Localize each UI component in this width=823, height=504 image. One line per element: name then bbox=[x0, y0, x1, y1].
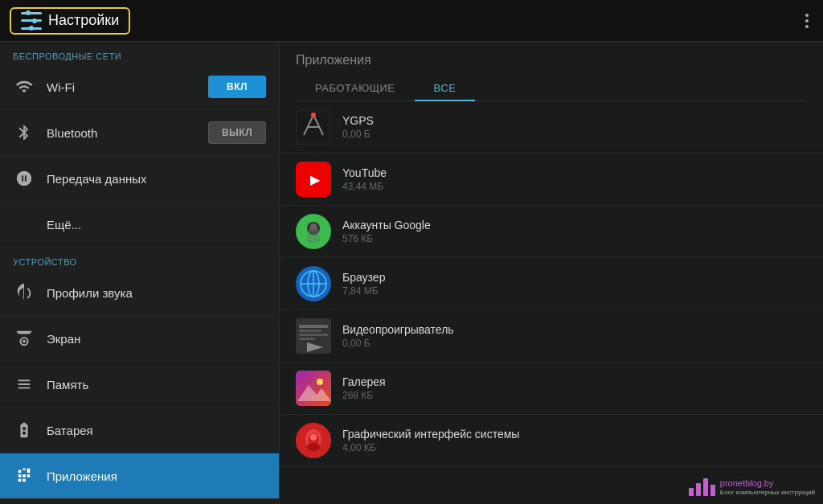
sound-icon bbox=[13, 281, 35, 304]
screen-label: Экран bbox=[47, 332, 266, 346]
youtube-info: YouTube 43,44 МБ bbox=[342, 166, 807, 192]
system-ui-icon bbox=[296, 423, 331, 458]
svg-point-8 bbox=[310, 223, 317, 230]
svg-rect-17 bbox=[299, 330, 321, 332]
battery-icon bbox=[13, 419, 35, 441]
main-layout: БЕСПРОВОДНЫЕ СЕТИ Wi-Fi ВКЛ Bluetooth ВЫ… bbox=[0, 42, 823, 504]
ygps-name: YGPS bbox=[342, 114, 807, 127]
overflow-menu-button[interactable] bbox=[800, 9, 813, 33]
wifi-icon bbox=[13, 76, 35, 98]
svg-rect-18 bbox=[299, 334, 328, 336]
main-header: Приложения РАБОТАЮЩИЕ ВСЕ bbox=[280, 42, 823, 101]
google-accounts-size: 576 КБ bbox=[342, 233, 807, 244]
screen-icon bbox=[13, 327, 35, 350]
topbar-title: Настройки bbox=[48, 12, 119, 29]
bluetooth-toggle[interactable]: ВЫКЛ bbox=[208, 121, 266, 144]
section-label-device: УСТРОЙСТВО bbox=[0, 248, 279, 270]
ygps-icon bbox=[296, 109, 331, 145]
section-label-personal: ЛИЧНЫЕ ДАННЫЕ bbox=[0, 499, 279, 504]
bluetooth-icon bbox=[13, 121, 35, 144]
sidebar-item-data[interactable]: Передача данных bbox=[0, 156, 279, 202]
gallery-size: 268 КБ bbox=[342, 390, 807, 401]
browser-size: 7,84 МБ bbox=[342, 285, 807, 297]
section-label-wireless: БЕСПРОВОДНЫЕ СЕТИ bbox=[0, 42, 279, 64]
sidebar-item-sound[interactable]: Профили звука bbox=[0, 270, 279, 316]
tab-running[interactable]: РАБОТАЮЩИЕ bbox=[296, 76, 415, 100]
app-item-browser[interactable]: Браузер 7,84 МБ bbox=[280, 258, 823, 310]
data-icon bbox=[13, 167, 35, 190]
google-accounts-name: Аккаунты Google bbox=[342, 219, 807, 232]
svg-rect-16 bbox=[299, 325, 328, 328]
sidebar-item-battery[interactable]: Батарея bbox=[0, 408, 279, 453]
videoplayer-info: Видеопроигрыватель 0,00 Б bbox=[342, 323, 807, 349]
bluetooth-label: Bluetooth bbox=[47, 126, 208, 140]
svg-point-28 bbox=[307, 443, 320, 451]
memory-icon bbox=[13, 373, 35, 395]
sidebar-item-apps[interactable]: Приложения bbox=[0, 453, 279, 499]
settings-icon bbox=[21, 12, 42, 30]
app-item-ygps[interactable]: YGPS 0,00 Б bbox=[280, 101, 823, 154]
youtube-name: YouTube bbox=[342, 166, 807, 179]
videoplayer-icon bbox=[296, 318, 331, 354]
main-title: Приложения bbox=[296, 53, 807, 68]
topbar: Настройки bbox=[0, 0, 823, 42]
main-content-wrapper: YGPS 0,00 Б YouTube 43,44 МБ bbox=[280, 101, 823, 504]
ygps-info: YGPS 0,00 Б bbox=[342, 114, 807, 140]
sidebar-item-more[interactable]: Ещё... bbox=[0, 202, 279, 248]
system-ui-name: Графический интерфейс системы bbox=[342, 428, 807, 440]
browser-info: Браузер 7,84 МБ bbox=[342, 271, 807, 297]
dot3 bbox=[805, 25, 809, 28]
memory-label: Память bbox=[47, 378, 266, 391]
svg-rect-19 bbox=[299, 338, 315, 340]
apps-label: Приложения bbox=[47, 469, 266, 483]
app-item-google-accounts[interactable]: Аккаунты Google 576 КБ bbox=[280, 206, 823, 258]
svg-point-22 bbox=[317, 379, 323, 385]
tabs-bar: РАБОТАЮЩИЕ ВСЕ bbox=[296, 76, 807, 101]
app-item-gallery[interactable]: Галерея 268 КБ bbox=[280, 363, 823, 415]
app-list: YGPS 0,00 Б YouTube 43,44 МБ bbox=[280, 101, 823, 504]
svg-point-4 bbox=[311, 113, 316, 117]
sidebar: БЕСПРОВОДНЫЕ СЕТИ Wi-Fi ВКЛ Bluetooth ВЫ… bbox=[0, 42, 280, 504]
settings-title-button[interactable]: Настройки bbox=[10, 7, 130, 35]
tab-all[interactable]: ВСЕ bbox=[415, 76, 476, 100]
app-item-youtube[interactable]: YouTube 43,44 МБ bbox=[280, 154, 823, 206]
app-item-videoplayer[interactable]: Видеопроигрыватель 0,00 Б bbox=[280, 310, 823, 363]
main-content: Приложения РАБОТАЮЩИЕ ВСЕ bbox=[280, 42, 823, 504]
sidebar-item-screen[interactable]: Экран bbox=[0, 316, 279, 362]
sound-label: Профили звука bbox=[47, 286, 266, 300]
system-ui-info: Графический интерфейс системы 4,00 КБ bbox=[342, 428, 807, 453]
gallery-name: Галерея bbox=[342, 375, 807, 388]
battery-label: Батарея bbox=[47, 424, 266, 437]
dot2 bbox=[805, 19, 809, 23]
system-ui-size: 4,00 КБ bbox=[342, 442, 807, 453]
more-label: Ещё... bbox=[47, 218, 266, 232]
google-accounts-info: Аккаунты Google 576 КБ bbox=[342, 219, 807, 244]
wifi-label: Wi-Fi bbox=[47, 80, 208, 94]
more-icon bbox=[13, 213, 35, 236]
youtube-size: 43,44 МБ bbox=[342, 181, 807, 192]
google-accounts-icon bbox=[296, 214, 331, 249]
videoplayer-name: Видеопроигрыватель bbox=[342, 323, 807, 336]
youtube-icon bbox=[296, 162, 331, 197]
topbar-left: Настройки bbox=[10, 7, 130, 35]
gallery-info: Галерея 268 КБ bbox=[342, 375, 807, 401]
wifi-toggle[interactable]: ВКЛ bbox=[208, 76, 266, 98]
app-item-system-ui[interactable]: Графический интерфейс системы 4,00 КБ bbox=[280, 415, 823, 467]
sidebar-item-memory[interactable]: Память bbox=[0, 362, 279, 408]
sidebar-item-wifi[interactable]: Wi-Fi ВКЛ bbox=[0, 64, 279, 110]
sidebar-item-bluetooth[interactable]: Bluetooth ВЫКЛ bbox=[0, 110, 279, 156]
browser-icon bbox=[296, 266, 331, 301]
browser-name: Браузер bbox=[342, 271, 807, 284]
data-label: Передача данных bbox=[47, 172, 266, 186]
apps-icon bbox=[13, 465, 35, 487]
ygps-size: 0,00 Б bbox=[342, 129, 807, 140]
dot1 bbox=[805, 14, 809, 17]
svg-point-27 bbox=[310, 434, 317, 440]
videoplayer-size: 0,00 Б bbox=[342, 338, 807, 349]
svg-rect-9 bbox=[307, 235, 320, 243]
gallery-icon bbox=[296, 371, 331, 406]
